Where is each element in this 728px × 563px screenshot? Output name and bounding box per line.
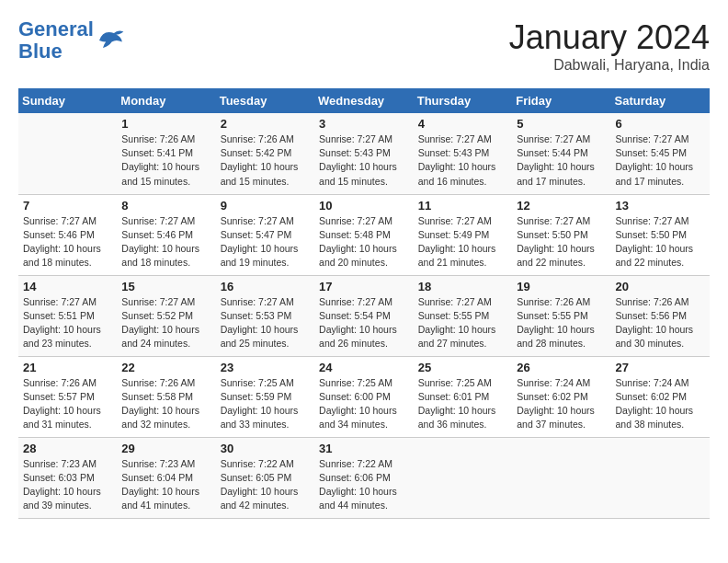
- day-info: Daylight: 10 hours: [121, 404, 210, 418]
- day-info: Daylight: 10 hours: [517, 323, 606, 337]
- day-info: Sunset: 5:57 PM: [23, 390, 112, 404]
- calendar-cell: 22Sunrise: 7:26 AMSunset: 5:58 PMDayligh…: [117, 356, 215, 437]
- day-info: Sunrise: 7:22 AM: [221, 457, 310, 471]
- day-info: and 23 minutes.: [23, 337, 112, 350]
- day-info: Sunrise: 7:27 AM: [517, 132, 606, 146]
- day-info: Daylight: 10 hours: [319, 160, 409, 174]
- day-number: 21: [23, 361, 112, 374]
- logo-bird-icon: [96, 26, 125, 52]
- calendar-body: 1Sunrise: 7:26 AMSunset: 5:41 PMDaylight…: [18, 113, 710, 518]
- day-info: Sunset: 5:44 PM: [517, 146, 606, 160]
- day-info: Sunset: 6:01 PM: [418, 390, 507, 404]
- calendar-cell: 14Sunrise: 7:27 AMSunset: 5:51 PMDayligh…: [18, 275, 117, 356]
- day-info: Sunset: 5:53 PM: [221, 309, 310, 323]
- day-info: Daylight: 10 hours: [517, 160, 606, 174]
- day-info: and 16 minutes.: [418, 175, 507, 189]
- day-info: Sunrise: 7:27 AM: [319, 132, 409, 146]
- header-cell-monday: Monday: [117, 88, 215, 113]
- day-number: 2: [221, 117, 310, 131]
- day-number: 26: [517, 361, 606, 374]
- day-info: Sunset: 5:55 PM: [418, 309, 507, 323]
- day-info: Sunset: 5:43 PM: [418, 146, 507, 160]
- day-info: Sunrise: 7:27 AM: [23, 295, 112, 309]
- day-info: and 15 minutes.: [319, 175, 409, 189]
- day-info: Daylight: 10 hours: [517, 242, 606, 256]
- day-number: 31: [319, 442, 409, 455]
- week-row-5: 28Sunrise: 7:23 AMSunset: 6:03 PMDayligh…: [18, 437, 710, 518]
- logo-text: General Blue: [18, 18, 94, 63]
- day-number: 5: [517, 117, 606, 131]
- day-number: 20: [615, 280, 705, 293]
- location: Dabwali, Haryana, India: [509, 57, 710, 74]
- header-cell-friday: Friday: [512, 88, 610, 113]
- day-info: Daylight: 10 hours: [121, 242, 210, 256]
- day-info: and 15 minutes.: [221, 175, 310, 189]
- day-info: Sunset: 5:50 PM: [517, 228, 606, 242]
- day-info: Sunset: 6:04 PM: [121, 471, 210, 485]
- day-info: Sunrise: 7:27 AM: [615, 214, 705, 228]
- day-info: and 27 minutes.: [418, 337, 507, 350]
- day-info: Sunset: 6:03 PM: [23, 471, 112, 485]
- day-number: 13: [615, 199, 705, 213]
- day-info: and 34 minutes.: [319, 418, 409, 431]
- day-info: Sunrise: 7:27 AM: [418, 295, 507, 309]
- day-info: and 18 minutes.: [121, 256, 210, 270]
- day-number: 19: [517, 280, 606, 293]
- day-info: Daylight: 10 hours: [418, 323, 507, 337]
- day-number: 14: [23, 280, 112, 293]
- calendar-cell: [512, 437, 610, 518]
- day-info: Sunrise: 7:22 AM: [319, 457, 409, 471]
- day-info: Daylight: 10 hours: [418, 404, 507, 418]
- day-info: and 24 minutes.: [121, 337, 210, 350]
- calendar-cell: 7Sunrise: 7:27 AMSunset: 5:46 PMDaylight…: [18, 194, 117, 275]
- day-info: Daylight: 10 hours: [615, 242, 705, 256]
- day-info: Sunset: 5:59 PM: [221, 390, 310, 404]
- day-info: Sunrise: 7:26 AM: [121, 376, 210, 390]
- day-number: 22: [121, 361, 210, 374]
- calendar-cell: 27Sunrise: 7:24 AMSunset: 6:02 PMDayligh…: [610, 356, 710, 437]
- day-info: Daylight: 10 hours: [319, 242, 409, 256]
- day-info: Sunset: 6:02 PM: [517, 390, 606, 404]
- day-info: Sunrise: 7:26 AM: [615, 295, 705, 309]
- day-info: and 19 minutes.: [221, 256, 310, 270]
- calendar-cell: 15Sunrise: 7:27 AMSunset: 5:52 PMDayligh…: [117, 275, 215, 356]
- calendar-cell: 2Sunrise: 7:26 AMSunset: 5:42 PMDaylight…: [216, 113, 314, 194]
- day-info: and 41 minutes.: [121, 499, 210, 512]
- day-info: Sunset: 5:48 PM: [319, 228, 409, 242]
- day-info: Sunrise: 7:26 AM: [517, 295, 606, 309]
- calendar-cell: 29Sunrise: 7:23 AMSunset: 6:04 PMDayligh…: [117, 437, 215, 518]
- day-info: Sunrise: 7:25 AM: [319, 376, 409, 390]
- day-info: Daylight: 10 hours: [615, 404, 705, 418]
- calendar-cell: 6Sunrise: 7:27 AMSunset: 5:45 PMDaylight…: [610, 113, 710, 194]
- day-info: Sunrise: 7:27 AM: [121, 214, 210, 228]
- day-info: Sunset: 5:50 PM: [615, 228, 705, 242]
- day-info: and 32 minutes.: [121, 418, 210, 431]
- day-info: and 44 minutes.: [319, 499, 409, 512]
- day-info: and 26 minutes.: [319, 337, 409, 350]
- day-info: Sunrise: 7:23 AM: [23, 457, 112, 471]
- calendar-cell: 4Sunrise: 7:27 AMSunset: 5:43 PMDaylight…: [414, 113, 512, 194]
- day-info: Daylight: 10 hours: [615, 323, 705, 337]
- day-info: Daylight: 10 hours: [221, 404, 310, 418]
- day-info: and 33 minutes.: [221, 418, 310, 431]
- day-info: and 22 minutes.: [615, 256, 705, 270]
- calendar-cell: 8Sunrise: 7:27 AMSunset: 5:46 PMDaylight…: [117, 194, 215, 275]
- page-header: General Blue January 2024 Dabwali, Harya…: [18, 18, 710, 74]
- day-info: Sunset: 5:52 PM: [121, 309, 210, 323]
- calendar-cell: [18, 113, 117, 194]
- day-info: Sunset: 5:55 PM: [517, 309, 606, 323]
- calendar-cell: 20Sunrise: 7:26 AMSunset: 5:56 PMDayligh…: [610, 275, 710, 356]
- calendar-cell: 10Sunrise: 7:27 AMSunset: 5:48 PMDayligh…: [314, 194, 414, 275]
- calendar-header: SundayMondayTuesdayWednesdayThursdayFrid…: [18, 88, 710, 113]
- day-info: and 36 minutes.: [418, 418, 507, 431]
- calendar-cell: 23Sunrise: 7:25 AMSunset: 5:59 PMDayligh…: [216, 356, 314, 437]
- day-info: and 22 minutes.: [517, 256, 606, 270]
- header-cell-tuesday: Tuesday: [216, 88, 314, 113]
- calendar-cell: 11Sunrise: 7:27 AMSunset: 5:49 PMDayligh…: [414, 194, 512, 275]
- title-section: January 2024 Dabwali, Haryana, India: [509, 18, 710, 74]
- day-number: 28: [23, 442, 112, 455]
- day-info: and 31 minutes.: [23, 418, 112, 431]
- day-info: and 21 minutes.: [418, 256, 507, 270]
- week-row-4: 21Sunrise: 7:26 AMSunset: 5:57 PMDayligh…: [18, 356, 710, 437]
- day-number: 24: [319, 361, 409, 374]
